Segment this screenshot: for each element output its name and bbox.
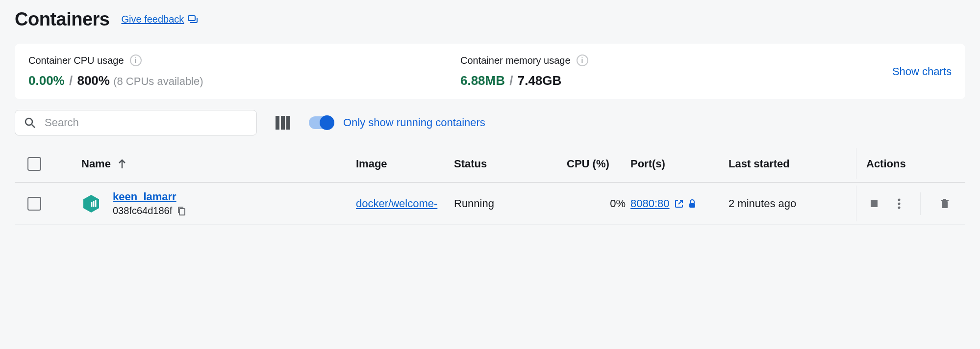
svg-line-9 [678,200,682,204]
row-checkbox[interactable] [27,197,41,211]
port-link[interactable]: 8080:80 [630,197,670,210]
svg-point-12 [898,198,901,201]
show-charts-link[interactable]: Show charts [892,65,952,78]
page-title: Containers [15,9,109,30]
svg-point-1 [25,118,32,125]
info-icon[interactable]: i [577,54,588,66]
container-icon [81,194,101,214]
status-text: Running [454,197,567,210]
give-feedback-label: Give feedback [121,14,184,25]
th-status[interactable]: Status [454,158,567,170]
more-button[interactable] [898,198,901,209]
search-icon [24,117,36,129]
stop-button[interactable] [870,200,878,208]
containers-table: Name Image Status CPU (%) Port(s) Last s… [15,145,965,225]
svg-point-13 [898,202,901,205]
columns-icon[interactable] [276,116,290,130]
give-feedback-link[interactable]: Give feedback [121,14,198,25]
cpu-total: 800% [77,73,110,88]
svg-point-14 [898,206,901,209]
th-cpu[interactable]: CPU (%) [567,158,630,170]
search-box[interactable] [15,110,257,135]
svg-rect-7 [95,200,97,207]
svg-rect-16 [941,200,949,201]
search-input[interactable] [45,116,248,129]
select-all-checkbox[interactable] [27,157,41,171]
cpu-stat-label: Container CPU usage [28,55,124,66]
copy-icon[interactable] [177,206,186,216]
svg-rect-10 [689,203,695,208]
container-id: 038fc64d186f [113,205,172,216]
kebab-icon [898,198,901,209]
table-row: keen_lamarr 038fc64d186f docker/welcome-… [15,183,965,225]
external-link-icon[interactable] [675,199,683,208]
last-started: 2 minutes ago [729,197,856,210]
sort-asc-icon[interactable] [118,159,126,169]
svg-rect-15 [942,201,948,208]
svg-rect-11 [871,200,878,207]
th-name[interactable]: Name [81,158,111,170]
svg-rect-17 [943,199,946,200]
feedback-icon [188,15,198,24]
cpu-value: 0% [567,197,630,210]
svg-rect-0 [188,16,195,21]
image-link[interactable]: docker/welcome- [356,197,437,210]
svg-rect-5 [91,202,93,207]
memory-stat: Container memory usage i 6.88MB / 7.48GB [460,54,892,88]
running-toggle-label: Only show running containers [343,116,485,129]
memory-used: 6.88MB [460,73,505,88]
stop-icon [870,200,878,208]
cpu-used: 0.00% [28,73,65,88]
cpu-slash: / [69,73,73,88]
action-separator [920,192,921,215]
svg-line-2 [32,125,35,128]
th-ports[interactable]: Port(s) [630,158,729,170]
th-image[interactable]: Image [356,158,454,170]
memory-slash: / [509,73,513,88]
running-toggle[interactable] [309,116,333,129]
svg-rect-8 [179,209,185,215]
svg-rect-6 [93,201,95,207]
lock-icon [688,199,696,208]
cpu-note: (8 CPUs available) [113,75,203,87]
container-name-link[interactable]: keen_lamarr [113,190,186,203]
th-actions: Actions [856,148,953,179]
trash-icon [940,199,949,209]
stats-card: Container CPU usage i 0.00% / 800% (8 CP… [15,44,965,99]
memory-total: 7.48GB [518,73,562,88]
cpu-stat: Container CPU usage i 0.00% / 800% (8 CP… [28,54,460,88]
th-last-started[interactable]: Last started [729,158,856,170]
memory-stat-label: Container memory usage [460,55,571,66]
info-icon[interactable]: i [130,54,142,66]
delete-button[interactable] [940,199,949,209]
